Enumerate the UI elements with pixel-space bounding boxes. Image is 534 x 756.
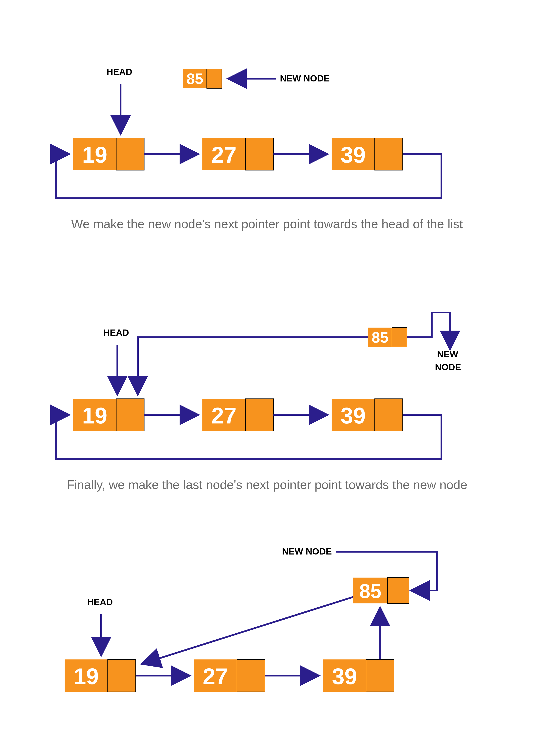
svg-rect-9 (392, 328, 407, 347)
node-27-value: 27 (203, 664, 228, 689)
node-27-value: 27 (212, 403, 237, 428)
node-39: 39 (323, 660, 394, 692)
caption-1: We make the new node's next pointer poin… (0, 216, 534, 232)
head-label: HEAD (107, 67, 132, 77)
arrow-85-to-19 (138, 337, 368, 394)
node-85: 85 (183, 69, 222, 88)
node-85: 85 (368, 328, 407, 347)
svg-rect-7 (375, 138, 403, 170)
svg-rect-1 (207, 69, 222, 88)
node-19-value: 19 (82, 142, 108, 168)
node-27: 27 (202, 399, 273, 431)
stage-1: 85 19 27 39 (56, 69, 442, 198)
node-85-value: 85 (372, 329, 389, 346)
svg-rect-17 (388, 578, 409, 604)
node-85-value: 85 (187, 70, 203, 87)
svg-rect-21 (237, 660, 265, 692)
caption-2: Finally, we make the last node's next po… (0, 476, 534, 493)
svg-rect-13 (245, 399, 273, 431)
newnode-label-2b: NODE (435, 362, 461, 372)
newnode-label: NEW NODE (280, 73, 330, 84)
arrow-newnode-label (407, 312, 450, 349)
node-39: 39 (332, 399, 403, 431)
arrow-85-to-19 (142, 597, 353, 664)
svg-rect-15 (375, 399, 403, 431)
head-label-2: HEAD (103, 328, 129, 338)
svg-rect-23 (366, 660, 394, 692)
node-39-value: 39 (341, 142, 366, 168)
node-39: 39 (332, 138, 403, 170)
svg-rect-3 (116, 138, 144, 170)
node-39-value: 39 (341, 403, 366, 428)
node-27: 27 (194, 660, 265, 692)
node-85-value: 85 (359, 580, 381, 602)
node-19-value: 19 (82, 403, 108, 428)
head-label-3: HEAD (87, 597, 113, 607)
node-19: 19 (64, 660, 136, 692)
newnode-label-3: NEW NODE (282, 546, 332, 557)
node-27-value: 27 (212, 142, 237, 168)
stage-3: 85 19 27 39 (64, 552, 437, 692)
node-27: 27 (202, 138, 273, 170)
node-39-value: 39 (332, 664, 357, 689)
node-19-value: 19 (74, 664, 99, 689)
node-85: 85 (353, 578, 409, 604)
node-19: 19 (73, 399, 144, 431)
node-19: 19 (73, 138, 144, 170)
svg-rect-19 (108, 660, 136, 692)
svg-rect-5 (245, 138, 273, 170)
newnode-label-2a: NEW (437, 349, 458, 360)
diagram-svg: 85 19 27 39 85 (0, 0, 534, 756)
svg-rect-11 (116, 399, 144, 431)
